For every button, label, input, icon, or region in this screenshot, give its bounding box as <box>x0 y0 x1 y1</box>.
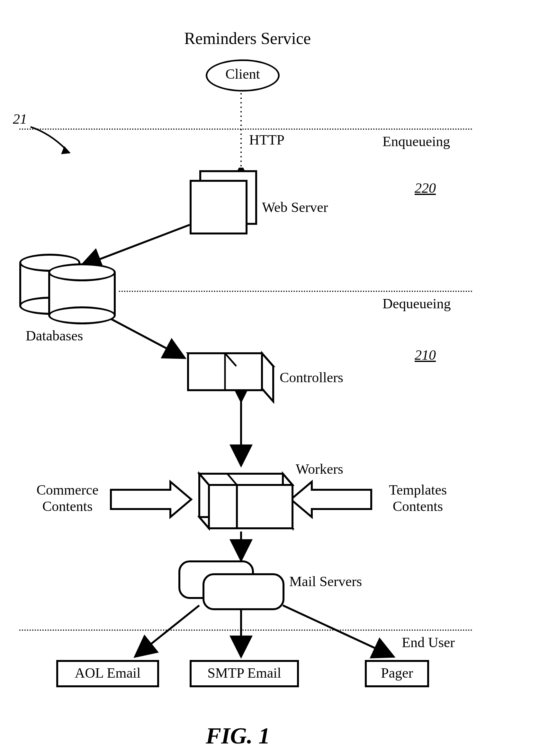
http-label: HTTP <box>249 132 284 148</box>
ref-220: 220 <box>415 180 436 196</box>
webserver-label: Web Server <box>262 199 328 216</box>
webserver-front <box>189 180 248 235</box>
arrow-layer <box>0 0 558 756</box>
section-dequeueing: Dequeueing <box>382 295 451 312</box>
divider-3 <box>19 629 473 631</box>
mailserver-front <box>203 573 284 610</box>
svg-line-12 <box>225 353 236 366</box>
svg-marker-16 <box>199 517 293 528</box>
svg-line-7 <box>283 605 394 657</box>
svg-marker-13 <box>199 474 293 485</box>
pager-label: Pager <box>365 665 429 681</box>
svg-line-1 <box>80 225 189 267</box>
client-label: Client <box>206 66 280 82</box>
diagram-title: Reminders Service <box>135 29 360 48</box>
workers-label: Workers <box>296 461 343 477</box>
svg-line-19 <box>227 474 237 485</box>
divider-2 <box>119 291 473 292</box>
commerce-label: CommerceContents <box>26 482 109 514</box>
diagram-stage: Reminders Service 21 Client Enqueueing 2… <box>0 0 558 756</box>
svg-marker-14 <box>199 474 209 528</box>
templates-label: TemplatesContents <box>373 482 463 514</box>
ref-210: 210 <box>415 347 436 363</box>
database-front <box>48 263 116 324</box>
section-enqueueing: Enqueueing <box>382 133 450 150</box>
svg-marker-8 <box>188 353 273 366</box>
svg-rect-17 <box>209 485 293 528</box>
aol-label: AOL Email <box>56 665 159 681</box>
svg-marker-9 <box>262 353 273 401</box>
mailservers-label: Mail Servers <box>289 573 362 590</box>
ref-main: 21 <box>13 111 27 127</box>
svg-marker-15 <box>283 474 293 528</box>
section-enduser: End User <box>402 634 455 651</box>
controllers-label: Controllers <box>280 369 343 386</box>
databases-label: Databases <box>26 328 83 344</box>
smtp-label: SMTP Email <box>189 665 299 681</box>
figure-label: FIG. 1 <box>206 723 270 749</box>
svg-rect-10 <box>188 353 262 390</box>
divider-1 <box>19 129 473 130</box>
svg-line-2 <box>106 316 185 358</box>
svg-line-5 <box>135 605 199 657</box>
